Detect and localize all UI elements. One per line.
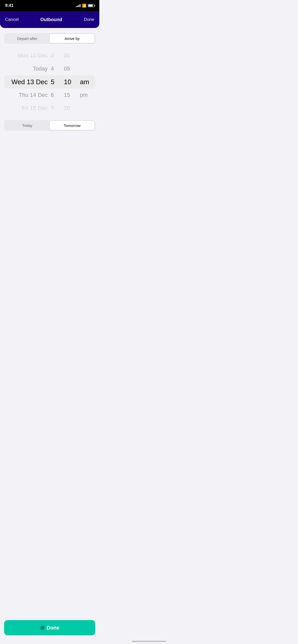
- picker-date-item[interactable]: Mon 11 Dec: [4, 49, 48, 62]
- time-type-segment[interactable]: Depart after Arrive by: [4, 33, 95, 44]
- picker-date-item[interactable]: Thu 14 Dec: [4, 89, 48, 102]
- picker-columns: Sun 10 Dec Mon 11 Dec Today Wed 13 Dec T…: [4, 49, 95, 115]
- status-time: 9:41: [5, 3, 13, 8]
- status-bar: 9:41 📶: [0, 0, 99, 11]
- picker-ampm-item[interactable]: pm: [80, 89, 95, 102]
- picker-hour-item-selected[interactable]: 5: [51, 75, 64, 89]
- quick-date-segment[interactable]: Today Tomorrow: [4, 120, 95, 131]
- arrive-by-button[interactable]: Arrive by: [50, 34, 94, 43]
- picker-date-item[interactable]: Fri 15 Dec: [4, 102, 48, 115]
- hour-column[interactable]: 2 3 4 5 6 7 8: [51, 49, 64, 115]
- today-button[interactable]: Today: [5, 121, 50, 130]
- wifi-icon: 📶: [82, 4, 86, 8]
- picker-hour-item[interactable]: 4: [51, 62, 64, 75]
- picker-ampm-item[interactable]: [80, 62, 95, 75]
- picker-ampm-item-selected[interactable]: am: [80, 75, 95, 89]
- picker-hour-item[interactable]: 3: [51, 49, 64, 62]
- main-content: Depart after Arrive by Sun 10 Dec Mon 11…: [0, 28, 99, 136]
- picker-ampm-item[interactable]: [80, 49, 95, 62]
- picker-minute-item[interactable]: 20: [64, 102, 77, 115]
- status-icons: 📶: [76, 4, 94, 8]
- minute-column[interactable]: 55 00 05 10 15 20 25: [64, 49, 77, 115]
- depart-after-button[interactable]: Depart after: [5, 34, 50, 43]
- picker-minute-item-selected[interactable]: 10: [64, 75, 77, 89]
- picker-minute-item[interactable]: 15: [64, 89, 77, 102]
- picker-hour-item[interactable]: 7: [51, 102, 64, 115]
- cancel-button[interactable]: Cancel: [5, 17, 19, 22]
- picker-date-item[interactable]: Today: [4, 62, 48, 75]
- nav-done-button[interactable]: Done: [84, 17, 94, 22]
- date-column[interactable]: Sun 10 Dec Mon 11 Dec Today Wed 13 Dec T…: [4, 49, 51, 115]
- signal-icon: [76, 4, 80, 7]
- tomorrow-button[interactable]: Tomorrow: [50, 121, 94, 130]
- picker-minute-item[interactable]: 05: [64, 62, 77, 75]
- picker-minute-item[interactable]: 00: [64, 49, 77, 62]
- page-title: Outbound: [40, 17, 62, 22]
- picker-hour-item[interactable]: 6: [51, 89, 64, 102]
- ampm-column[interactable]: am pm: [77, 49, 95, 115]
- picker-date-item-selected[interactable]: Wed 13 Dec: [4, 75, 48, 89]
- datetime-picker[interactable]: Sun 10 Dec Mon 11 Dec Today Wed 13 Dec T…: [4, 49, 95, 115]
- battery-icon: [88, 4, 94, 7]
- picker-ampm-item[interactable]: [80, 102, 95, 115]
- nav-header: Cancel Outbound Done: [0, 11, 99, 28]
